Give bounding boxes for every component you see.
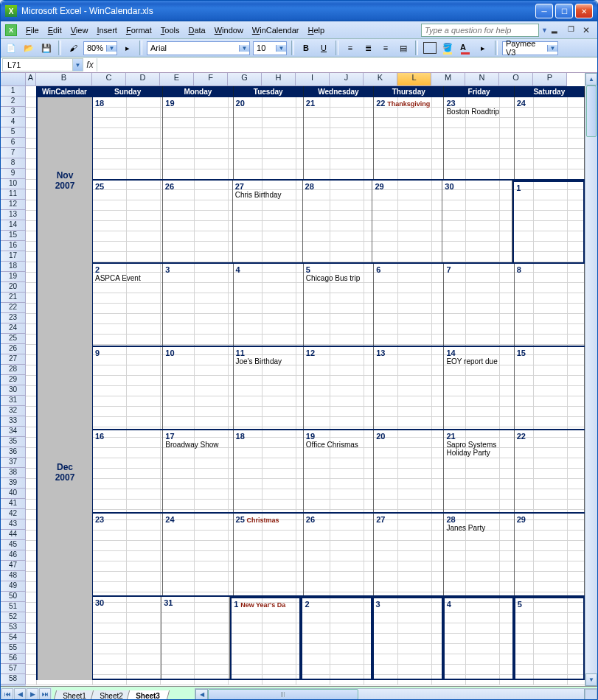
calendar-day[interactable]: 5Chicago Bus trip: [304, 264, 374, 346]
calendar-day[interactable]: 4: [234, 264, 304, 346]
horizontal-scrollbar[interactable]: ◀ ▶: [195, 688, 597, 701]
borders-button[interactable]: [423, 41, 437, 55]
calendar-day[interactable]: 13: [374, 347, 444, 429]
calendar-day[interactable]: 30: [93, 597, 161, 679]
calendar-day[interactable]: 27: [374, 514, 444, 595]
vscroll-thumb[interactable]: [586, 85, 597, 137]
calendar-day[interactable]: 19Office Chrismas: [304, 430, 374, 512]
row-header[interactable]: 35: [1, 437, 26, 447]
row-header[interactable]: 39: [1, 478, 26, 489]
calendar-day[interactable]: 31: [161, 597, 230, 679]
row-header[interactable]: 44: [1, 530, 26, 540]
menu-data[interactable]: Data: [184, 24, 209, 36]
paymee-combo[interactable]: Paymee V3▼: [502, 41, 558, 55]
row-header[interactable]: 22: [1, 303, 26, 313]
calendar-day[interactable]: 30: [442, 181, 512, 262]
save-icon[interactable]: 💾: [39, 41, 54, 55]
row-header[interactable]: 37: [1, 458, 26, 468]
calendar-day[interactable]: 22 Thanksgiving: [374, 97, 444, 179]
row-header[interactable]: 43: [1, 519, 26, 530]
calendar-day[interactable]: 5: [514, 597, 585, 679]
calendar-day[interactable]: 24: [515, 97, 585, 179]
row-header[interactable]: 8: [1, 158, 26, 169]
row-header[interactable]: 12: [1, 200, 26, 210]
row-header[interactable]: 53: [1, 623, 26, 633]
calendar-day[interactable]: 1: [512, 181, 585, 262]
row-header[interactable]: 28: [1, 365, 26, 375]
close-button[interactable]: ✕: [575, 4, 593, 18]
menu-view[interactable]: View: [66, 24, 93, 36]
calendar-day[interactable]: 14EOY report due: [444, 347, 514, 429]
fx-icon[interactable]: fx: [83, 58, 97, 71]
col-header-B[interactable]: B: [36, 73, 92, 86]
tab-nav-next-icon[interactable]: ▶: [27, 688, 38, 700]
formula-input[interactable]: [97, 58, 597, 71]
row-header[interactable]: 48: [1, 571, 26, 581]
calendar-day[interactable]: 23: [93, 514, 163, 595]
hscroll-thumb[interactable]: [208, 689, 358, 700]
vertical-scrollbar[interactable]: ▲ ▼: [585, 73, 597, 686]
row-header[interactable]: 36: [1, 447, 26, 458]
calendar-day[interactable]: 26: [304, 514, 374, 595]
menu-edit[interactable]: Edit: [44, 24, 66, 36]
row-header[interactable]: 9: [1, 169, 26, 179]
calendar-day[interactable]: 7: [444, 264, 514, 346]
menu-window[interactable]: Window: [210, 24, 248, 36]
calendar-day[interactable]: 18: [234, 430, 304, 512]
row-header[interactable]: 18: [1, 262, 26, 272]
row-header[interactable]: 58: [1, 674, 26, 685]
col-header-O[interactable]: O: [499, 73, 533, 86]
calendar-day[interactable]: 9: [93, 347, 163, 429]
row-header[interactable]: 32: [1, 406, 26, 416]
doc-maximize-icon[interactable]: ❐: [568, 25, 581, 35]
col-header-L[interactable]: L: [397, 73, 431, 86]
calendar-day[interactable]: 18: [93, 97, 163, 179]
calendar-day[interactable]: 10: [163, 347, 233, 429]
col-header-A[interactable]: A: [26, 73, 36, 86]
align-right-button[interactable]: ≡: [378, 41, 393, 55]
row-header[interactable]: 4: [1, 117, 26, 127]
resize-grip[interactable]: [585, 689, 597, 700]
tab-nav-last-icon[interactable]: ⏭: [39, 688, 51, 700]
calendar-day[interactable]: 28Janes Party: [444, 514, 514, 595]
row-header[interactable]: 33: [1, 416, 26, 427]
col-header-F[interactable]: F: [194, 73, 228, 86]
fill-color-button[interactable]: 🪣: [440, 41, 455, 55]
row-header[interactable]: 31: [1, 396, 26, 406]
align-left-button[interactable]: ≡: [343, 41, 358, 55]
calendar-day[interactable]: 16: [93, 430, 163, 512]
row-header[interactable]: 13: [1, 210, 26, 220]
calendar-day[interactable]: 28: [303, 181, 373, 262]
row-header[interactable]: 26: [1, 344, 26, 354]
row-header[interactable]: 56: [1, 654, 26, 664]
row-header[interactable]: 27: [1, 354, 26, 365]
row-header[interactable]: 54: [1, 633, 26, 643]
menu-help[interactable]: Help: [303, 24, 329, 36]
calendar-day[interactable]: 20: [234, 97, 304, 179]
doc-icon[interactable]: X: [5, 24, 17, 36]
doc-restore-icon[interactable]: ▂: [552, 25, 565, 35]
maximize-button[interactable]: ☐: [555, 4, 573, 18]
calendar-day[interactable]: 20: [374, 430, 444, 512]
row-header[interactable]: 21: [1, 293, 26, 303]
col-header-M[interactable]: M: [431, 73, 465, 86]
row-header[interactable]: 30: [1, 385, 26, 396]
sheet-tab-sheet2[interactable]: Sheet2: [90, 690, 133, 701]
col-header-I[interactable]: I: [296, 73, 330, 86]
name-box[interactable]: [2, 58, 73, 71]
row-header[interactable]: 7: [1, 148, 26, 158]
row-header[interactable]: 40: [1, 489, 26, 499]
calendar-day[interactable]: 15: [515, 347, 585, 429]
row-header[interactable]: 57: [1, 664, 26, 674]
row-header[interactable]: 19: [1, 272, 26, 282]
menu-wincalendar[interactable]: WinCalendar: [248, 24, 304, 36]
tab-nav-prev-icon[interactable]: ◀: [14, 688, 26, 700]
help-dropdown-icon[interactable]: ▼: [539, 27, 550, 34]
col-header-H[interactable]: H: [262, 73, 296, 86]
calendar-day[interactable]: 17Broadway Show: [163, 430, 233, 512]
calendar-day[interactable]: 19: [163, 97, 233, 179]
name-box-dropdown-icon[interactable]: ▼: [73, 58, 83, 71]
calendar-day[interactable]: 12: [304, 347, 374, 429]
calendar-day[interactable]: 22: [515, 430, 585, 512]
sheet-tab-sheet1[interactable]: Sheet1: [53, 690, 96, 701]
